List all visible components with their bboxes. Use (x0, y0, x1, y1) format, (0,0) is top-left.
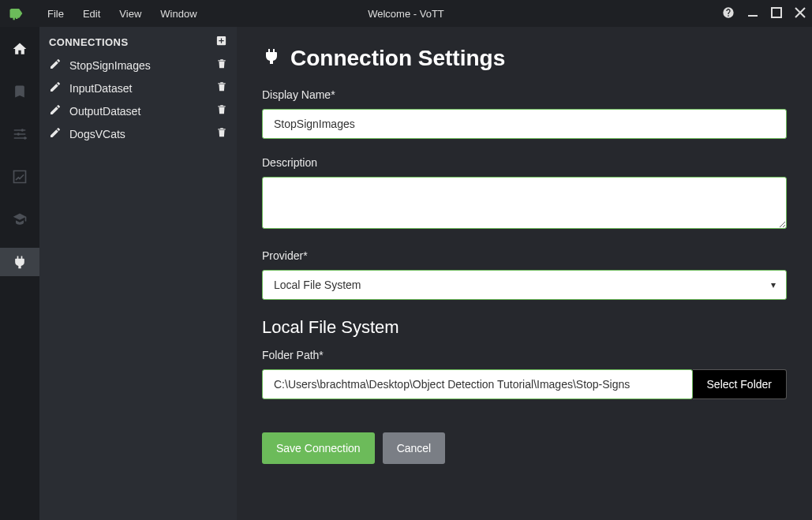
label-description: Description (262, 156, 787, 169)
minimize-icon[interactable] (747, 7, 758, 21)
connection-item[interactable]: DogsVCats (39, 122, 237, 145)
nav-active-learning[interactable] (0, 205, 39, 234)
menu-view[interactable]: View (119, 8, 141, 20)
activity-bar (0, 27, 39, 520)
menu-bar: File Edit View Window (47, 8, 197, 20)
trash-icon[interactable] (216, 126, 227, 141)
help-icon[interactable] (722, 6, 735, 21)
select-folder-button[interactable]: Select Folder (693, 369, 787, 399)
menu-window[interactable]: Window (160, 8, 196, 20)
sidebar: CONNECTIONS StopSignImages InputDataset … (39, 27, 237, 520)
connection-label: StopSignImages (69, 59, 151, 72)
field-description: Description (262, 156, 787, 232)
nav-export[interactable] (0, 163, 39, 191)
connection-label: DogsVCats (69, 128, 125, 140)
sidebar-title: CONNECTIONS (49, 36, 128, 48)
menu-edit[interactable]: Edit (83, 8, 100, 20)
main-area: CONNECTIONS StopSignImages InputDataset … (0, 27, 812, 520)
content-panel: Connection Settings Display Name* Descri… (237, 27, 812, 520)
svg-point-5 (24, 137, 26, 139)
window-controls (722, 6, 806, 21)
svg-rect-2 (772, 8, 781, 17)
add-connection-icon[interactable] (215, 35, 227, 49)
window-title: Welcome - VoTT (368, 8, 444, 20)
svg-point-3 (21, 129, 24, 131)
edit-icon (49, 80, 62, 95)
label-provider: Provider* (262, 249, 787, 262)
connection-item[interactable]: InputDataset (39, 77, 237, 99)
svg-rect-1 (748, 15, 758, 17)
nav-sliders[interactable] (0, 120, 39, 148)
maximize-icon[interactable] (771, 7, 782, 21)
section-heading-localfs: Local File System (262, 317, 787, 338)
svg-point-4 (17, 133, 20, 135)
nav-connections[interactable] (0, 248, 39, 276)
edit-icon (49, 126, 62, 141)
nav-bookmark[interactable] (0, 77, 39, 106)
save-button[interactable]: Save Connection (262, 432, 375, 464)
menu-file[interactable]: File (47, 8, 64, 20)
edit-icon (49, 103, 62, 118)
page-title-text: Connection Settings (290, 46, 505, 71)
connection-label: InputDataset (69, 82, 132, 95)
close-icon[interactable] (795, 7, 806, 21)
trash-icon[interactable] (216, 103, 227, 118)
label-display-name: Display Name* (262, 88, 787, 101)
sidebar-header: CONNECTIONS (39, 27, 237, 54)
input-folder-path[interactable] (262, 369, 693, 399)
titlebar: File Edit View Window Welcome - VoTT (0, 0, 812, 27)
select-provider[interactable]: Local File System (262, 270, 787, 300)
field-folder-path: Folder Path* Select Folder (262, 349, 787, 399)
action-buttons: Save Connection Cancel (262, 432, 787, 464)
label-folder-path: Folder Path* (262, 349, 787, 361)
app-logo-icon (6, 4, 25, 23)
input-description[interactable] (262, 177, 787, 229)
input-display-name[interactable] (262, 109, 787, 139)
nav-home[interactable] (0, 35, 39, 63)
connection-item[interactable]: StopSignImages (39, 54, 237, 77)
trash-icon[interactable] (216, 58, 227, 73)
connection-item[interactable]: OutputDataset (39, 99, 237, 122)
connection-label: OutputDataset (69, 105, 140, 118)
field-provider: Provider* Local File System (262, 249, 787, 300)
cancel-button[interactable]: Cancel (383, 432, 446, 464)
page-title: Connection Settings (262, 46, 787, 71)
trash-icon[interactable] (216, 80, 227, 95)
edit-icon (49, 58, 62, 73)
field-display-name: Display Name* (262, 88, 787, 139)
plug-icon (262, 46, 281, 71)
